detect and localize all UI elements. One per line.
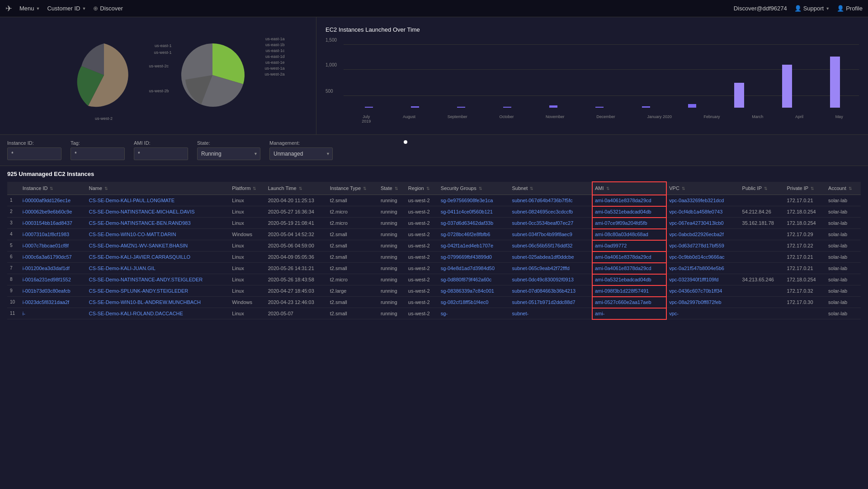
instance-id-link[interactable]: i-0007310a1f8cf1983: [23, 232, 69, 237]
ami-link[interactable]: ami-07ce9f09a204fd5fb: [595, 220, 647, 226]
subnet-link[interactable]: subnet-034f7bc4b99f8aec9: [512, 232, 572, 237]
subnet-link[interactable]: subnet-065c9eab42f72fffd: [512, 266, 570, 271]
sort-region[interactable]: ⇅: [426, 186, 430, 191]
sg-link[interactable]: sg-08386339a7c84c001: [441, 288, 494, 294]
ami-link[interactable]: ami-098f3b1d228f57491: [595, 288, 649, 294]
ami-link[interactable]: ami-0527c660e2aa17aeb: [595, 299, 651, 305]
sort-private-ip[interactable]: ⇅: [811, 186, 814, 191]
vpc-link[interactable]: vpc-0436c607c70b1ff34: [669, 288, 722, 294]
instance-id-link[interactable]: i-001b73d03c80eafcb: [23, 288, 71, 294]
sg-link[interactable]: sg-0d880f879f462a60c: [441, 277, 492, 282]
sort-launch-time[interactable]: ⇅: [299, 186, 302, 191]
sg-link[interactable]: sg-0728bc46f2e8fbfb6: [441, 232, 490, 237]
name-link[interactable]: CS-SE-Demo-NATINSTANCE-ANDY.STEIGLEDER: [89, 277, 203, 282]
name-link[interactable]: CS-SE-Demo-KALI-JUAN.GIL: [89, 266, 155, 271]
vpc-link[interactable]: vpc-0aa33269feb321dcd: [669, 198, 724, 203]
vpc-link[interactable]: vpc-0d63d7278d17bf559: [669, 243, 724, 248]
ami-link[interactable]: ami-: [595, 311, 604, 316]
instance-id-link[interactable]: i-000062be9e6b60c9e: [23, 209, 72, 214]
vpc-link[interactable]: vpc-08a2997b0ff872feb: [669, 299, 721, 305]
sg-link[interactable]: sg-0799669fbf43899d0: [441, 254, 492, 260]
instance-id-link[interactable]: i-0003154bb16ad8437: [23, 220, 72, 226]
sort-state[interactable]: ⇅: [395, 186, 398, 191]
sg-link[interactable]: sg-04e8d1ad7d3984d50: [441, 266, 495, 271]
name-link[interactable]: CS-SE-Demo-KALI-JAVIER.CARRASQUILLO: [89, 254, 190, 260]
name-link[interactable]: CS-SE-Demo-KALI-PAUL.LONGMATE: [89, 198, 175, 203]
name-link[interactable]: CS-SE-Demo-SPLUNK-ANDY.STEIGLEDER: [89, 288, 188, 294]
ami-id-input[interactable]: [134, 147, 188, 160]
ami-link[interactable]: ami-08c80a03d48c68ad: [595, 232, 648, 237]
sort-ami[interactable]: ⇅: [606, 186, 610, 191]
sg-link[interactable]: sg-0411c4ce0f560b121: [441, 209, 493, 214]
state-select[interactable]: Running Stopped Terminated All: [197, 147, 260, 160]
vpc-link[interactable]: vpc-0abcbd22926ecba2f: [669, 232, 723, 237]
sg-link[interactable]: sg-082cf18ff5b1f4ec0: [441, 299, 489, 305]
subnet-link[interactable]: subnet-0824695cec3cdccfb: [512, 209, 573, 214]
sort-instance-type[interactable]: ⇅: [363, 186, 367, 191]
vpc-link[interactable]: vpc-0a21f547b8004e5b6: [669, 266, 724, 271]
ami-link[interactable]: ami-0a4061e8378da29cd: [595, 198, 651, 203]
vpc-link[interactable]: vpc-067ea42730413lcb0: [669, 220, 724, 226]
subnet-link[interactable]: subnet-025abdea1df0ddcbe: [512, 254, 574, 260]
subnet-link[interactable]: subnet-0cc3534beaf07ec27: [512, 220, 574, 226]
management-select[interactable]: Unmanaged Managed All: [269, 147, 333, 160]
name-link[interactable]: CS-SE-Demo-NATINSTANCE-BEN.RAND983: [89, 220, 190, 226]
instance-id-link[interactable]: i-0007c7bbcae01cf8f: [23, 243, 69, 248]
bar-feb: [688, 104, 696, 108]
name-link[interactable]: CS-SE-Demo-KALI-ROLAND.DACCACHE: [89, 311, 183, 316]
sort-vpc[interactable]: ⇅: [682, 186, 685, 191]
vpc-link[interactable]: vpc-0c9bb0d14cc9666ac: [669, 254, 724, 260]
vpc-link[interactable]: vpc-0323940f1fff109fd: [669, 277, 718, 282]
instances-table: Instance ID ⇅ Name ⇅ Platform ⇅ Launch T…: [7, 182, 861, 319]
sg-link[interactable]: sg-0e97566908fe3e1ca: [441, 198, 493, 203]
sort-name[interactable]: ⇅: [104, 186, 108, 191]
sort-account[interactable]: ⇅: [849, 186, 852, 191]
sg-link[interactable]: sg-: [441, 311, 448, 316]
customer-id-nav[interactable]: Customer ID ▼: [47, 5, 86, 12]
tag-input[interactable]: [71, 147, 125, 160]
instance-id-link[interactable]: i-000c6a3a61790dc57: [23, 254, 72, 260]
sort-instance-id[interactable]: ⇅: [50, 186, 53, 191]
cell-security-groups: sg-: [438, 308, 509, 319]
subnet-link[interactable]: subnet-: [512, 311, 529, 316]
subnet-link[interactable]: subnet-06c56b55f176ddf32: [512, 243, 573, 248]
cell-security-groups: sg-082cf18ff5b1f4ec0: [438, 297, 509, 308]
pie-chart-1: us-west-2 us-east-1 us-west-1: [68, 34, 140, 117]
profile-nav[interactable]: 👤 Profile: [837, 5, 863, 12]
name-link[interactable]: CS-SE-Demo-WIN10-CO-MATT.DARIN: [89, 232, 176, 237]
nav-logo: ✈: [5, 4, 12, 14]
cell-state: running: [378, 195, 406, 206]
name-link[interactable]: CS-SE-Demo-WIN10-BL-ANDREW.MUNCHBACH: [89, 299, 201, 305]
discover-nav[interactable]: ⊕ Discover: [93, 5, 123, 12]
vpc-link[interactable]: vpc-0cf4db1a458fe0743: [669, 209, 722, 214]
support-nav[interactable]: 👤 Support ▼: [794, 5, 830, 12]
instance-id-link[interactable]: i-0023dc5f8321daa2f: [23, 299, 69, 305]
cell-private-ip: [784, 308, 826, 319]
sg-link[interactable]: sg-042f1a1ed4eb1707e: [441, 243, 493, 248]
pie-2-legend-6: us-west-1a: [264, 66, 284, 71]
subnet-link[interactable]: subnet-07d084663b36b4213: [512, 288, 576, 294]
sort-subnet[interactable]: ⇅: [530, 186, 533, 191]
ami-link[interactable]: ami-0a5321ebadcad04db: [595, 277, 651, 282]
ami-link[interactable]: ami-0a5321ebadcad04db: [595, 209, 651, 214]
ami-link[interactable]: ami-0a4061e8378da29cd: [595, 254, 651, 260]
sort-public-ip[interactable]: ⇅: [764, 186, 768, 191]
instance-id-link[interactable]: i-0016a231ed98f1552: [23, 277, 71, 282]
name-link[interactable]: CS-SE-Demo-NATINSTANCE-MICHAEL.DAVIS: [89, 209, 194, 214]
instance-id-input[interactable]: [7, 147, 61, 160]
instance-id-link[interactable]: i-001200ea3d3daf1df: [23, 266, 70, 271]
instance-id-link[interactable]: i-: [23, 311, 25, 316]
instance-id-link[interactable]: i-00000af9dd126ec1e: [23, 198, 71, 203]
ami-link[interactable]: ami-0ad99772: [595, 243, 627, 248]
menu-nav[interactable]: Menu ▼: [19, 5, 40, 12]
subnet-link[interactable]: subnet-067d64b4736b7f5fc: [512, 198, 573, 203]
sort-platform[interactable]: ⇅: [253, 186, 256, 191]
ami-link[interactable]: ami-0a4061e8378da29cd: [595, 266, 651, 271]
subnet-link[interactable]: subnet-0dc49c830092f0913: [512, 277, 574, 282]
nav-right: Discover@ddf96274 👤 Support ▼ 👤 Profile: [734, 5, 863, 12]
subnet-link[interactable]: subnet-0517b971d2ddc88d7: [512, 299, 576, 305]
vpc-link[interactable]: vpc-: [669, 311, 679, 316]
sg-link[interactable]: sg-037d6d63462daf33b: [441, 220, 493, 226]
name-link[interactable]: CS-SE-Demo-AMZN1-WV-SANKET.BHASIN: [89, 243, 188, 248]
sort-security-groups[interactable]: ⇅: [479, 186, 482, 191]
